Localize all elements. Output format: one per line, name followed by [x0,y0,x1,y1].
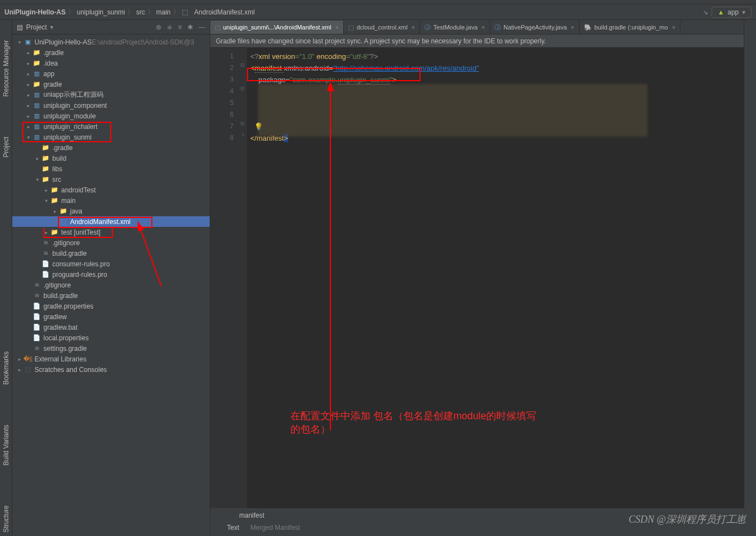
java-icon: Ⓙ [424,23,431,32]
tree-item[interactable]: ▾▥uniplugin_sunmi [12,132,210,142]
editor-tab[interactable]: 🐘build.gradle (:uniplugin_mo× [580,21,681,34]
code-editor[interactable]: <?xml version="1.0" encoding="utf-8"?> <… [247,48,744,536]
tree-item[interactable]: ▸▥uniplugin_module [12,111,210,121]
editor-tab[interactable]: ⒿNativePageActivity.java× [490,21,580,34]
merged-manifest-tab[interactable]: Merged Manifest [250,524,300,532]
bookmarks-tab[interactable]: Bookmarks [1,348,11,388]
module-icon: ▥ [32,91,41,100]
tree-item[interactable]: ▸📁.gradle [12,47,210,58]
tree-item[interactable]: 📄gradlew.bat [12,322,210,332]
tree-item[interactable]: ▸▥app [12,68,210,79]
tree-item[interactable]: ▸▥uniapp示例工程源码 [12,90,210,100]
expand-arrow-icon[interactable]: ▸ [42,187,50,193]
tree-item[interactable]: ▸📁build [12,153,210,163]
chevron-down-icon[interactable]: ▾ [50,23,53,31]
tab-label: NativePageActivity.java [503,24,567,31]
close-icon[interactable]: × [571,24,574,31]
close-icon[interactable]: × [672,24,675,31]
tree-item[interactable]: ≋.gitignore [12,237,210,248]
close-icon[interactable]: × [335,24,338,31]
expand-arrow-icon[interactable]: ▾ [24,135,32,140]
tree-item[interactable]: ▸📁androidTest [12,185,210,195]
collapse-icon[interactable]: ≡ [178,23,182,31]
breadcrumb-root[interactable]: UniPlugin-Hello-AS [4,8,66,16]
close-icon[interactable]: × [412,24,415,31]
panel-title: Project [26,23,47,31]
resource-manager-tab[interactable]: Resource Manager [1,37,11,100]
left-tool-strip: Resource Manager Project Bookmarks Build… [0,20,12,536]
tree-item[interactable]: ⬚AndroidManifest.xml [12,216,210,227]
tree-item[interactable]: ▸📁.idea [12,58,210,68]
sync-icon[interactable]: ↘ [703,8,708,16]
expand-arrow-icon[interactable]: ▸ [51,209,59,214]
expand-arrow-icon[interactable]: ▾ [42,198,50,204]
build-variants-tab[interactable]: Build Variants [1,421,11,469]
tree-label: .gradle [43,49,64,57]
expand-arrow-icon[interactable]: ▸ [24,92,32,98]
tree-item[interactable]: 📄gradlew [12,311,210,322]
breadcrumb-src[interactable]: src [136,8,145,16]
tree-item[interactable]: 📄consumer-rules.pro [12,259,210,269]
tree-item[interactable]: ≋build.gradle [12,290,210,301]
tree-item[interactable]: 📁.gradle [12,142,210,153]
editor-tab[interactable]: ⬚dcloud_control.xml× [344,21,420,34]
expand-arrow-icon[interactable]: ▾ [16,39,23,45]
expand-arrow-icon[interactable]: ▸ [33,156,41,161]
expand-arrow-icon[interactable]: ▸ [24,50,32,56]
chevron-right-icon: 〉 [68,7,75,17]
close-icon[interactable]: × [482,24,485,31]
tree-item[interactable]: 📄gradle.properties [12,301,210,311]
intention-bulb-icon[interactable]: 💡 [254,122,263,131]
hide-icon[interactable]: — [199,23,205,31]
breadcrumb-main[interactable]: main [156,8,171,16]
expand-arrow-icon[interactable]: ▸ [16,356,23,362]
expand-arrow-icon[interactable]: ▸ [24,124,32,130]
tree-item[interactable]: ▾📁main [12,195,210,206]
tree-item[interactable]: 📄proguard-rules.pro [12,269,210,280]
expand-arrow-icon[interactable]: ▸ [16,367,23,373]
expand-arrow-icon[interactable]: ▸ [24,61,32,66]
settings-icon[interactable]: ✱ [187,23,193,31]
breadcrumb-file[interactable]: ⬚ AndroidManifest.xml [182,8,255,16]
tree-label: proguard-rules.pro [52,271,107,279]
tree-item[interactable]: ▸�||External Libraries [12,354,210,364]
expand-icon[interactable]: ≑ [167,23,172,31]
tree-item[interactable]: ▾▣UniPlugin-Hello-AS E:\androidProject\A… [12,37,210,47]
text-tab[interactable]: Text [227,524,239,532]
tree-item[interactable]: ▸▥uniplugin_component [12,100,210,111]
tree-label: main [61,197,76,205]
tree-label: uniplugin_richalert [43,123,97,131]
tree-item[interactable]: ▸📁java [12,206,210,216]
tree-item[interactable]: ≋settings.gradle [12,343,210,354]
project-tab[interactable]: Project [1,133,11,161]
tree-item[interactable]: ≋build.gradle [12,248,210,259]
editor-tab[interactable]: ⬚uniplugin_sunmi\...\AndroidManifest.xml… [210,21,344,34]
folder-o-icon: 📁 [32,48,41,57]
expand-arrow-icon[interactable]: ▸ [24,103,32,108]
tree-item[interactable]: ▾📁src [12,174,210,185]
breadcrumb-module[interactable]: uniplugin_sunmi [77,8,125,16]
tree-item[interactable]: ▸⬚Scratches and Consoles [12,364,210,375]
gradle-sync-banner[interactable]: Gradle files have changed since last pro… [210,34,744,48]
tab-label: TestModule.java [433,24,478,31]
tree-label: java [70,207,82,215]
structure-tab[interactable]: Structure [1,502,11,536]
run-config-selector[interactable]: ▲ app ▾ [711,7,752,18]
tab-label: dcloud_control.xml [357,24,408,31]
locate-icon[interactable]: ⊕ [156,23,161,31]
expand-arrow-icon[interactable]: ▸ [24,113,32,119]
expand-arrow-icon[interactable]: ▸ [24,71,32,77]
tree-item[interactable]: ▸📁test [unitTest] [12,227,210,237]
tree-item[interactable]: ≋.gitignore [12,280,210,290]
expand-arrow-icon[interactable]: ▸ [24,82,32,87]
tree-item[interactable]: 📄local.properties [12,332,210,343]
module-icon: ▥ [32,112,41,121]
tree-item[interactable]: 📁libs [12,163,210,174]
project-tree[interactable]: ▾▣UniPlugin-Hello-AS E:\androidProject\A… [12,34,210,536]
expand-arrow-icon[interactable]: ▸ [42,230,50,235]
editor-tab[interactable]: ⒿTestModule.java× [420,21,490,34]
tree-item[interactable]: ▸▥uniplugin_richalert [12,121,210,132]
expand-arrow-icon[interactable]: ▾ [33,177,41,182]
tree-label: test [unitTest] [61,229,101,236]
tree-item[interactable]: ▸📁gradle [12,79,210,90]
